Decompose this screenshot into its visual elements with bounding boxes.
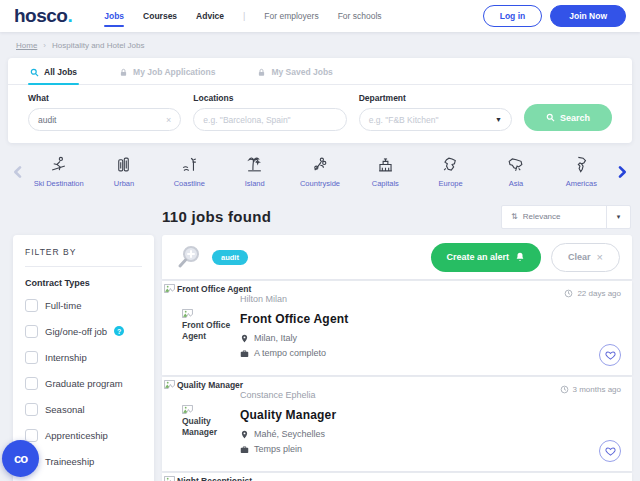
tab-my-job-applications[interactable]: My Job Applications bbox=[117, 58, 217, 84]
job-contract: A tempo completo bbox=[254, 348, 326, 358]
category-carousel: Ski Destination Urban Coastline Island C… bbox=[0, 143, 640, 198]
checkbox-icon[interactable] bbox=[25, 325, 38, 338]
job-location-row: Mahé, Seychelles bbox=[240, 429, 336, 439]
results-column: 110 jobs found ⇅ Relevance ▾ audit Creat… bbox=[162, 198, 632, 481]
job-company: Hilton Milan bbox=[240, 294, 348, 304]
tab-my-saved-jobs[interactable]: My Saved Jobs bbox=[255, 58, 334, 84]
tab-all-jobs[interactable]: All Jobs bbox=[28, 58, 79, 84]
filter-label: Gig/one-off job bbox=[45, 326, 107, 337]
filter-graduate-program[interactable]: Graduate program bbox=[25, 370, 142, 396]
filter-full-time[interactable]: Full-time bbox=[25, 292, 142, 318]
sort-current: ⇅ Relevance bbox=[502, 212, 606, 221]
europe-map-icon bbox=[441, 155, 460, 174]
job-location-row: Milan, Italy bbox=[240, 333, 348, 343]
filter-label: Full-time bbox=[45, 300, 81, 311]
save-job-button[interactable] bbox=[599, 344, 621, 366]
category-europe[interactable]: Europe bbox=[419, 155, 483, 188]
nav-item-jobs[interactable]: Jobs bbox=[104, 5, 124, 27]
clear-what-icon[interactable]: × bbox=[166, 115, 171, 125]
tab-label: My Job Applications bbox=[133, 67, 215, 77]
hosco-logo[interactable]: hosco. bbox=[14, 5, 72, 27]
alt-text: Quality Manager bbox=[182, 416, 238, 437]
category-countryside[interactable]: Countryside bbox=[288, 155, 352, 188]
search-plus-icon bbox=[176, 244, 202, 270]
job-contract-row: A tempo completo bbox=[240, 348, 348, 358]
broken-image-icon bbox=[164, 476, 175, 481]
category-asia[interactable]: Asia bbox=[484, 155, 548, 188]
create-alert-button[interactable]: Create an alert bbox=[431, 243, 542, 272]
nav-item-for-employers[interactable]: For employers bbox=[264, 5, 318, 27]
locations-label: Locations bbox=[193, 93, 346, 103]
department-select[interactable]: e.g. "F&B Kitchen" ▼ bbox=[359, 108, 512, 131]
category-label: Americas bbox=[566, 179, 597, 188]
job-card-night-receptionist[interactable]: Night Receptionist Night Receptionist Hi… bbox=[162, 473, 632, 481]
broken-image-icon bbox=[164, 284, 175, 293]
tab-label: All Jobs bbox=[44, 67, 77, 77]
search-panel: All Jobs My Job Applications My Saved Jo… bbox=[8, 58, 632, 143]
heart-icon bbox=[605, 350, 616, 361]
what-input[interactable]: audit × bbox=[28, 108, 181, 131]
checkbox-icon[interactable] bbox=[25, 377, 38, 390]
job-title[interactable]: Quality Manager bbox=[240, 408, 336, 422]
filter-traineeship[interactable]: Traineeship bbox=[25, 448, 142, 474]
category-capitals[interactable]: Capitals bbox=[353, 155, 417, 188]
job-contract-row: Temps plein bbox=[240, 444, 336, 454]
filter-part-time[interactable]: Part-time bbox=[25, 474, 142, 481]
job-contract: Temps plein bbox=[254, 444, 302, 454]
locations-input[interactable]: e.g. "Barcelona, Spain" bbox=[193, 108, 346, 131]
heart-icon bbox=[605, 446, 616, 457]
broken-image-alt: Quality Manager bbox=[182, 405, 238, 437]
nav-item-courses[interactable]: Courses bbox=[143, 5, 177, 27]
sort-dropdown[interactable]: ⇅ Relevance ▾ bbox=[501, 205, 631, 229]
join-now-button[interactable]: Join Now bbox=[550, 5, 626, 27]
nav-item-advice[interactable]: Advice bbox=[196, 5, 224, 27]
broken-image-alt: Front Office Agent bbox=[182, 309, 238, 341]
checkbox-icon[interactable] bbox=[25, 429, 38, 442]
help-icon[interactable]: ? bbox=[114, 326, 124, 336]
americas-map-icon bbox=[572, 155, 591, 174]
breadcrumb-current: Hospitality and Hotel Jobs bbox=[52, 41, 145, 50]
category-label: Countryside bbox=[300, 179, 340, 188]
job-title[interactable]: Front Office Agent bbox=[240, 312, 348, 326]
login-button[interactable]: Log in bbox=[483, 5, 543, 27]
clear-search-button[interactable]: Clear × bbox=[551, 243, 620, 272]
job-card-quality-manager[interactable]: Quality Manager Quality Manager Constanc… bbox=[162, 377, 632, 471]
filter-apprenticeship[interactable]: Apprenticeship bbox=[25, 422, 142, 448]
checkbox-icon[interactable] bbox=[25, 351, 38, 364]
search-button[interactable]: Search bbox=[524, 104, 612, 131]
category-label: Capitals bbox=[372, 179, 399, 188]
category-island[interactable]: Island bbox=[223, 155, 287, 188]
filter-sidebar: FILTER BY Contract Types Full-time Gig/o… bbox=[13, 235, 154, 481]
filter-internship[interactable]: Internship bbox=[25, 344, 142, 370]
carousel-next-icon[interactable] bbox=[614, 164, 630, 180]
checkbox-icon[interactable] bbox=[25, 299, 38, 312]
job-card-front-office-agent[interactable]: Front Office Agent Front Office Agent Hi… bbox=[162, 281, 632, 375]
chat-widget-button[interactable]: co bbox=[2, 440, 39, 477]
alert-actions: Create an alert Clear × bbox=[431, 243, 620, 272]
countryside-icon bbox=[310, 155, 329, 174]
category-ski-destination[interactable]: Ski Destination bbox=[27, 155, 91, 188]
island-palm-icon bbox=[245, 155, 264, 174]
category-americas[interactable]: Americas bbox=[549, 155, 613, 188]
category-coastline[interactable]: Coastline bbox=[157, 155, 221, 188]
logo-dot: . bbox=[67, 5, 72, 26]
checkbox-icon[interactable] bbox=[25, 403, 38, 416]
alt-text: Front Office Agent bbox=[177, 284, 251, 294]
top-navbar: hosco. Jobs Courses Advice | For employe… bbox=[0, 0, 640, 32]
logo-text: hosco bbox=[14, 5, 67, 26]
job-location: Milan, Italy bbox=[254, 333, 297, 343]
breadcrumb-home-link[interactable]: Home bbox=[16, 41, 37, 50]
carousel-prev-icon[interactable] bbox=[10, 164, 26, 180]
category-items: Ski Destination Urban Coastline Island C… bbox=[26, 155, 614, 188]
jobs-found-count: 110 jobs found bbox=[162, 208, 271, 225]
category-label: Ski Destination bbox=[34, 179, 84, 188]
filter-gig-one-off-job[interactable]: Gig/one-off job ? bbox=[25, 318, 142, 344]
category-urban[interactable]: Urban bbox=[92, 155, 156, 188]
save-job-button[interactable] bbox=[599, 440, 621, 462]
chevron-down-icon[interactable]: ▾ bbox=[606, 206, 630, 228]
alt-text: Front Office Agent bbox=[182, 320, 238, 341]
search-term-chip[interactable]: audit bbox=[212, 250, 248, 265]
nav-item-for-schools[interactable]: For schools bbox=[338, 5, 382, 27]
job-details: Hilton Molino Stucky Venice Night Recept… bbox=[240, 473, 351, 481]
filter-seasonal[interactable]: Seasonal bbox=[25, 396, 142, 422]
